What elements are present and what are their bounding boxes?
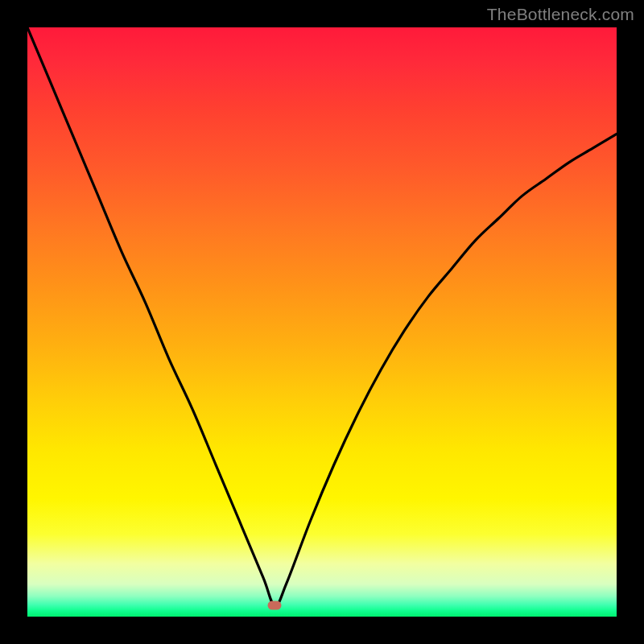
chart-plot-area — [27, 27, 617, 617]
watermark-text: TheBottleneck.com — [487, 5, 634, 24]
optimal-point-marker — [268, 601, 282, 610]
bottleneck-curve — [27, 27, 617, 617]
